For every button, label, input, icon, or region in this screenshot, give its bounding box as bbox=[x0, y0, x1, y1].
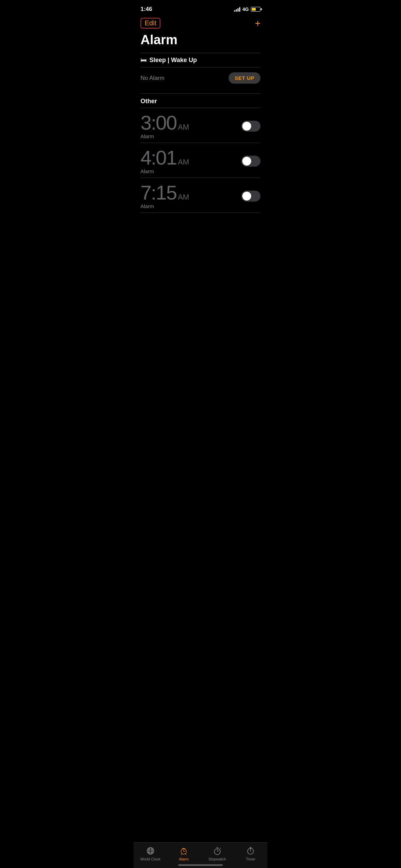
alarm-ampm-1: AM bbox=[178, 123, 189, 132]
sleep-row: No Alarm SET UP bbox=[141, 67, 260, 90]
alarm-toggle-1[interactable] bbox=[241, 121, 260, 132]
status-time: 1:46 bbox=[141, 6, 152, 13]
battery-icon bbox=[251, 7, 260, 12]
alarm-item-2[interactable]: 4:01 AM Alarm bbox=[141, 143, 260, 178]
header: Edit + bbox=[134, 16, 267, 31]
signal-icon bbox=[234, 7, 240, 12]
alarm-label-2: Alarm bbox=[141, 168, 189, 174]
sleep-header: 🛏 Sleep | Wake Up bbox=[141, 53, 260, 67]
other-section-label: Other bbox=[141, 93, 260, 108]
alarm-ampm-2: AM bbox=[178, 158, 189, 167]
alarm-time-display-2: 4:01 bbox=[141, 148, 177, 168]
alarm-label-3: Alarm bbox=[141, 203, 189, 209]
alarm-item-3[interactable]: 7:15 AM Alarm bbox=[141, 178, 260, 213]
network-label: 4G bbox=[242, 7, 249, 12]
alarm-label-1: Alarm bbox=[141, 133, 189, 139]
alarm-time-group-1: 3:00 AM Alarm bbox=[141, 113, 189, 139]
alarm-toggle-2[interactable] bbox=[241, 156, 260, 167]
no-alarm-text: No Alarm bbox=[141, 75, 165, 82]
alarm-item-1[interactable]: 3:00 AM Alarm bbox=[141, 108, 260, 143]
bed-icon: 🛏 bbox=[141, 57, 147, 64]
alarm-time-group-3: 7:15 AM Alarm bbox=[141, 183, 189, 209]
edit-button[interactable]: Edit bbox=[141, 18, 160, 28]
status-icons: 4G bbox=[234, 7, 260, 12]
other-section: Other 3:00 AM Alarm 4:01 AM Alarm bbox=[134, 93, 267, 213]
bottom-divider bbox=[141, 213, 260, 213]
alarm-time-display-1: 3:00 bbox=[141, 113, 177, 133]
page-title: Alarm bbox=[134, 31, 267, 53]
add-alarm-button[interactable]: + bbox=[255, 19, 260, 28]
alarm-ampm-3: AM bbox=[178, 193, 189, 202]
alarm-toggle-3[interactable] bbox=[241, 191, 260, 202]
alarm-time-display-3: 7:15 bbox=[141, 183, 177, 203]
sleep-title: Sleep | Wake Up bbox=[149, 57, 197, 64]
setup-button[interactable]: SET UP bbox=[229, 72, 260, 84]
sleep-section: 🛏 Sleep | Wake Up No Alarm SET UP bbox=[134, 53, 267, 90]
status-bar: 1:46 4G bbox=[134, 0, 267, 16]
alarm-time-group-2: 4:01 AM Alarm bbox=[141, 148, 189, 174]
